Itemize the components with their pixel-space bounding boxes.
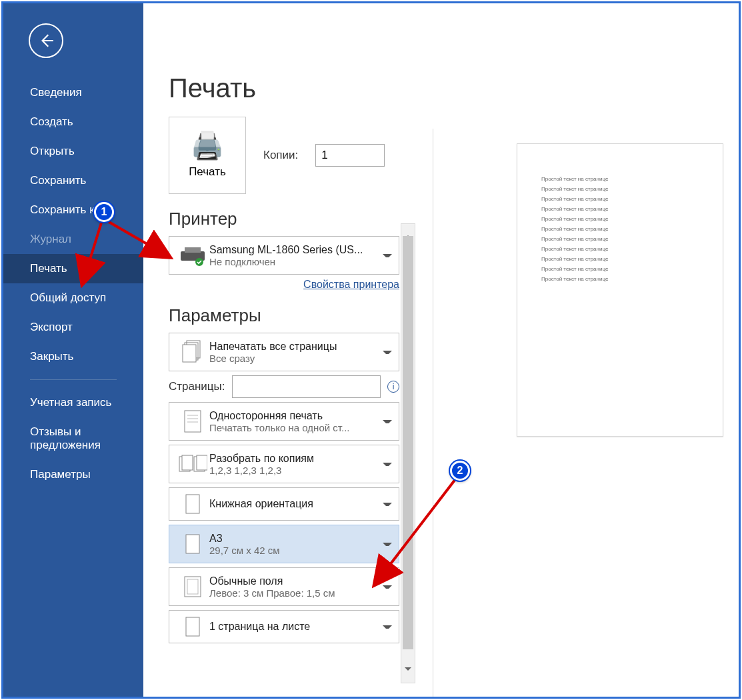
back-button[interactable]	[29, 23, 63, 58]
single-side-icon	[176, 407, 209, 436]
svg-rect-15	[186, 535, 199, 553]
portrait-icon	[176, 489, 209, 519]
setting-sides[interactable]: Односторонняя печать Печатать только на …	[169, 402, 399, 441]
one-per-sheet-icon	[176, 612, 209, 641]
nav-item-export[interactable]: Экспорт	[3, 313, 143, 342]
nav-item-feedback[interactable]: Отзывы и предложения	[3, 417, 143, 460]
collate-icon	[176, 449, 209, 479]
print-button[interactable]: 🖨️ Печать	[169, 117, 246, 194]
preview-text-line: Простой текст на странице	[541, 176, 699, 182]
printer-status: Не подключен	[209, 256, 377, 267]
copies-label: Копии:	[263, 149, 298, 162]
svg-rect-18	[186, 617, 199, 636]
nav-item-history[interactable]: Журнал	[3, 225, 143, 254]
setting-paper-size[interactable]: A3 29,7 см x 42 см	[169, 525, 399, 563]
nav-item-share[interactable]: Общий доступ	[3, 283, 143, 313]
printer-properties-link[interactable]: Свойства принтера	[303, 279, 399, 290]
backstage-sidebar: Сведения Создать Открыть Сохранить Сохра…	[3, 3, 143, 697]
svg-rect-13	[197, 455, 207, 470]
copies-input[interactable]	[315, 144, 385, 167]
preview-text-line: Простой текст на странице	[541, 226, 699, 232]
nav-item-options[interactable]: Параметры	[3, 460, 143, 489]
print-preview-page: Простой текст на страницеПростой текст н…	[517, 143, 723, 437]
scroll-up-arrow[interactable]	[401, 224, 415, 236]
preview-text-line: Простой текст на странице	[541, 216, 699, 222]
annotation-badge-2: 2	[450, 461, 470, 481]
printer-device-icon	[176, 241, 209, 270]
svg-rect-11	[182, 455, 193, 470]
preview-text-line: Простой текст на странице	[541, 246, 699, 252]
preview-text-line: Простой текст на странице	[541, 206, 699, 212]
print-button-label: Печать	[189, 165, 226, 179]
chevron-down-icon	[383, 585, 392, 589]
nav-item-save[interactable]: Сохранить	[3, 166, 143, 195]
printer-icon: 🖨️	[191, 132, 224, 159]
chevron-down-icon	[383, 503, 392, 506]
chevron-down-icon	[383, 254, 392, 257]
nav-item-new[interactable]: Создать	[3, 107, 143, 137]
preview-text-line: Простой текст на странице	[541, 186, 699, 192]
preview-text-line: Простой текст на странице	[541, 276, 699, 282]
printer-name: Samsung ML-1860 Series (US...	[209, 244, 377, 256]
preview-text-line: Простой текст на странице	[541, 196, 699, 202]
nav-item-open[interactable]: Открыть	[3, 137, 143, 166]
nav-divider	[30, 379, 117, 380]
scrollbar-thumb[interactable]	[403, 236, 413, 649]
setting-orientation[interactable]: Книжная ориентация	[169, 487, 399, 521]
pages-info-icon[interactable]: i	[387, 381, 399, 393]
chevron-down-icon	[383, 420, 392, 423]
nav-item-print[interactable]: Печать	[3, 254, 143, 283]
chevron-down-icon	[383, 625, 392, 629]
nav-item-account[interactable]: Учетная запись	[3, 388, 143, 417]
pages-label: Страницы:	[169, 380, 225, 393]
printer-selector[interactable]: Samsung ML-1860 Series (US... Не подключ…	[169, 236, 399, 275]
margins-icon	[176, 572, 209, 601]
settings-scrollbar[interactable]	[401, 223, 415, 683]
annotation-badge-1: 1	[94, 202, 114, 222]
nav-item-info[interactable]: Сведения	[3, 78, 143, 107]
pages-input[interactable]	[232, 375, 381, 398]
chevron-down-icon	[383, 543, 392, 546]
preview-text-line: Простой текст на странице	[541, 266, 699, 272]
pages-stack-icon	[176, 337, 209, 367]
setting-pages-per-sheet[interactable]: 1 страница на листе	[169, 610, 399, 643]
arrow-left-icon	[37, 32, 55, 49]
nav-item-close[interactable]: Закрыть	[3, 342, 143, 371]
setting-collate[interactable]: Разобрать по копиям 1,2,3 1,2,3 1,2,3	[169, 445, 399, 483]
svg-rect-6	[185, 411, 201, 432]
chevron-down-icon	[383, 351, 392, 354]
setting-print-scope[interactable]: Напечатать все страницы Все сразу	[169, 333, 399, 371]
svg-rect-5	[183, 345, 196, 362]
nav-item-saveas[interactable]: Сохранить как	[3, 195, 143, 225]
paper-icon	[176, 529, 209, 559]
setting-margins[interactable]: Обычные поля Левое: 3 см Правое: 1,5 см	[169, 567, 399, 606]
svg-rect-14	[186, 495, 199, 513]
preview-text-line: Простой текст на странице	[541, 256, 699, 262]
scroll-down-arrow[interactable]	[401, 671, 415, 683]
chevron-down-icon	[383, 463, 392, 466]
preview-divider	[433, 129, 433, 697]
preview-text-line: Простой текст на странице	[541, 236, 699, 242]
svg-rect-1	[185, 247, 201, 253]
page-title: Печать	[169, 73, 719, 103]
